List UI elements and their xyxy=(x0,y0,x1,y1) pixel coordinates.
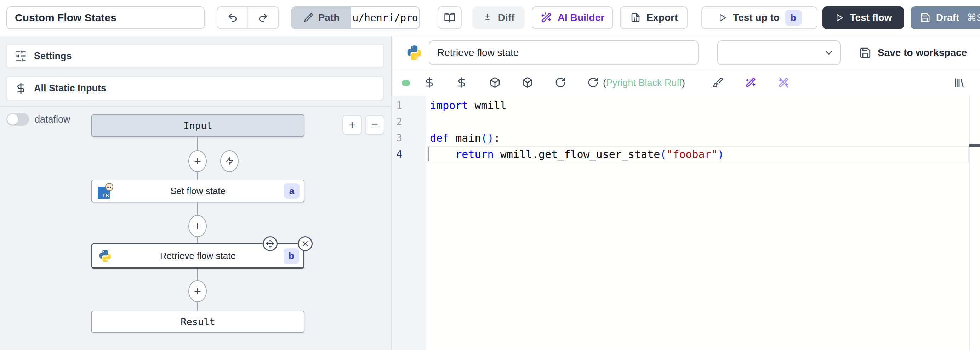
ai-wand-off-icon[interactable] xyxy=(778,77,789,88)
code-line[interactable]: 3def main(): xyxy=(391,129,969,146)
test-flow-label: Test flow xyxy=(850,12,892,23)
status-green-dot xyxy=(402,80,410,86)
save-draft-button[interactable]: Draft ⌘S xyxy=(911,6,980,29)
zoom-out-button[interactable]: − xyxy=(365,115,385,134)
diff-label: Diff xyxy=(498,12,515,23)
code-assistants-label: (Pyright Black Ruff) xyxy=(603,77,685,89)
line-number: 3 xyxy=(391,132,402,144)
flow-graph-panel: Settings All Static Inputs dataflow + − … xyxy=(0,37,391,350)
flow-title-input[interactable] xyxy=(6,6,205,29)
tag-select[interactable] xyxy=(717,40,840,65)
export-button[interactable]: Export xyxy=(620,6,688,29)
node-label: Input xyxy=(183,120,212,131)
test-flow-button[interactable]: Test flow xyxy=(822,6,904,29)
path-value: u/henri/pro xyxy=(351,7,419,28)
path-label: Path xyxy=(318,12,340,23)
settings-card[interactable]: Settings xyxy=(6,44,384,68)
insert-step-button[interactable] xyxy=(188,215,207,237)
overview-ruler-cursor-marker xyxy=(969,144,980,147)
dollar-icon xyxy=(15,82,27,94)
zoom-in-button[interactable]: + xyxy=(342,115,362,134)
test-up-to-button[interactable]: Test up to b xyxy=(702,6,818,29)
insert-step-button[interactable] xyxy=(188,280,207,302)
move-icon xyxy=(266,240,274,248)
test-up-to-step-badge[interactable]: b xyxy=(785,10,802,26)
step-id-badge: b xyxy=(283,248,299,264)
undo-icon xyxy=(227,13,238,23)
zap-icon xyxy=(225,157,234,165)
file-code-icon xyxy=(630,13,641,23)
node-label: Set flow state xyxy=(170,185,226,197)
reload-icon[interactable] xyxy=(555,77,566,88)
overview-ruler[interactable] xyxy=(969,96,970,350)
add-resource-icon[interactable] xyxy=(456,77,467,88)
step-id-badge: a xyxy=(284,183,299,199)
bun-typescript-icon: TS xyxy=(98,183,113,199)
delete-step-button[interactable] xyxy=(298,236,313,251)
save-to-workspace-label: Save to workspace xyxy=(878,47,967,58)
play-icon xyxy=(717,13,727,23)
code-line[interactable]: 1import wmill xyxy=(391,97,969,113)
add-variable-icon[interactable] xyxy=(424,77,435,88)
dataflow-toggle[interactable] xyxy=(6,113,29,126)
ai-builder-button[interactable]: AI Builder xyxy=(532,6,613,29)
pencil-icon xyxy=(304,13,313,23)
flow-node-input[interactable]: Input xyxy=(91,114,304,137)
package-icon[interactable] xyxy=(489,77,501,88)
chevron-down-icon xyxy=(824,48,834,58)
save-icon xyxy=(920,13,931,23)
all-static-inputs-card[interactable]: All Static Inputs xyxy=(6,76,384,100)
library-icon[interactable] xyxy=(953,77,965,89)
line-number: 2 xyxy=(391,116,402,128)
code-editor[interactable]: 1import wmill23def main():4 return wmill… xyxy=(391,96,980,350)
play-icon xyxy=(834,13,844,23)
code-line[interactable]: 2 xyxy=(391,113,969,129)
top-toolbar: Path u/henri/pro Diff AI Builder Export … xyxy=(0,0,980,37)
format-brush-icon[interactable] xyxy=(712,77,724,88)
redo-icon xyxy=(258,13,268,23)
insert-step-button[interactable] xyxy=(188,150,207,172)
wand-sparkles-icon xyxy=(541,12,552,23)
reload-icon[interactable] xyxy=(587,77,599,88)
path-control[interactable]: Path u/henri/pro xyxy=(291,6,420,29)
close-icon xyxy=(301,240,309,248)
undo-button[interactable] xyxy=(217,7,248,28)
add-trigger-button[interactable] xyxy=(220,150,239,172)
step-editor-panel: Save to workspace (Pyright Black Ruff) 1… xyxy=(391,37,980,350)
step-summary-input[interactable] xyxy=(429,40,698,65)
export-label: Export xyxy=(646,12,678,23)
flow-node-set-flow-state[interactable]: TS Set flow state a xyxy=(91,180,304,202)
line-number: 4 xyxy=(391,149,402,160)
flow-node-result[interactable]: Result xyxy=(91,311,304,332)
code-lines[interactable]: 1import wmill23def main():4 return wmill… xyxy=(391,97,969,162)
node-label: Result xyxy=(181,316,215,327)
ai-builder-label: AI Builder xyxy=(558,12,605,23)
move-step-button[interactable] xyxy=(263,236,278,251)
node-label: Retrieve flow state xyxy=(160,251,236,261)
diff-icon xyxy=(482,13,493,23)
sliders-icon xyxy=(15,50,27,62)
divider xyxy=(0,106,391,107)
python-icon xyxy=(406,44,423,61)
package-icon[interactable] xyxy=(522,77,533,88)
code-line[interactable]: 4 return wmill.get_flow_user_state("foob… xyxy=(391,146,969,162)
line-number: 1 xyxy=(391,99,402,111)
book-open-icon xyxy=(444,12,455,23)
redo-button[interactable] xyxy=(248,7,278,28)
ai-wand-icon[interactable] xyxy=(745,77,756,88)
toggle-knob xyxy=(8,114,18,125)
draft-shortcut: ⌘S xyxy=(967,12,980,23)
draft-label: Draft xyxy=(936,12,959,23)
all-static-inputs-label: All Static Inputs xyxy=(34,83,106,94)
settings-label: Settings xyxy=(34,51,72,62)
diff-button[interactable]: Diff xyxy=(472,6,525,29)
docs-button[interactable] xyxy=(438,6,462,29)
python-icon xyxy=(98,249,112,263)
save-to-workspace-button[interactable]: Save to workspace xyxy=(859,40,967,65)
divider xyxy=(391,70,980,70)
save-icon xyxy=(859,47,871,59)
path-edit-button[interactable]: Path xyxy=(292,7,351,28)
dataflow-label: dataflow xyxy=(35,114,70,125)
test-up-to-label: Test up to xyxy=(733,12,780,23)
undo-redo-group xyxy=(217,6,279,29)
